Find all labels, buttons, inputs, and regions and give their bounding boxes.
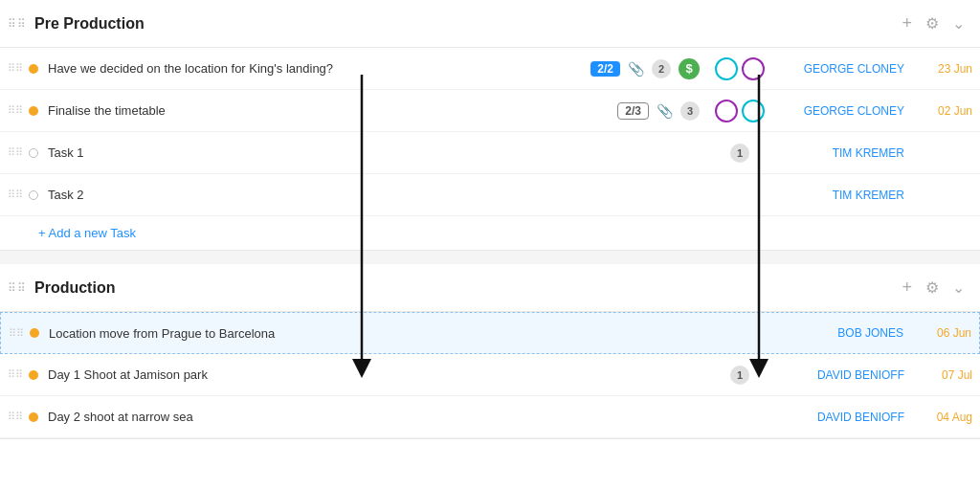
status-indicator: [29, 106, 38, 116]
avatar: [742, 57, 765, 80]
production-title: Production: [34, 279, 902, 297]
task-row: ⠿⠿ Finalise the timetable 2/3 📎 3 GEORGE…: [0, 90, 980, 132]
progress-badge: 2/2: [590, 61, 620, 77]
task-row: ⠿⠿ Have we decided on the location for K…: [0, 48, 980, 90]
row-drag-handle[interactable]: ⠿⠿: [8, 189, 23, 201]
task-meta: 1: [730, 144, 749, 163]
task-name[interactable]: Location move from Prague to Barcelona: [49, 326, 748, 341]
status-indicator: [29, 190, 38, 200]
due-date: 07 Jul: [920, 368, 972, 382]
section-actions: + ⚙ ⌄: [902, 13, 965, 33]
task-row: ⠿⠿ Location move from Prague to Barcelon…: [0, 312, 980, 354]
add-task-button[interactable]: + Add a new Task: [0, 216, 980, 250]
assignee-name[interactable]: DAVID BENIOFF: [780, 368, 904, 382]
due-date: 23 Jun: [920, 62, 972, 76]
row-drag-handle[interactable]: ⠿⠿: [8, 62, 23, 75]
status-indicator: [29, 148, 38, 158]
assignee-name[interactable]: BOB JONES: [779, 326, 903, 340]
assignee-name[interactable]: GEORGE CLONEY: [780, 104, 904, 118]
due-date: 04 Aug: [920, 411, 972, 424]
paperclip-icon: 📎: [628, 61, 644, 77]
due-date: 06 Jun: [919, 326, 971, 340]
settings-icon[interactable]: ⚙: [925, 278, 939, 297]
task-meta: 2/2 📎 2 $: [590, 58, 700, 79]
task-name[interactable]: Have we decided on the location for King…: [48, 61, 590, 76]
section-drag-handle[interactable]: ⠿⠿: [8, 281, 27, 295]
task-meta: 1: [730, 366, 749, 385]
paperclip-icon: 📎: [657, 103, 673, 119]
task-name[interactable]: Finalise the timetable: [48, 103, 617, 118]
attach-count: 3: [680, 101, 700, 121]
task-row: ⠿⠿ Task 1 1 TIM KREMER: [0, 132, 980, 174]
assignee-name[interactable]: TIM KREMER: [780, 189, 904, 202]
task-meta: 2/3 📎 3: [617, 101, 700, 121]
assignee-name[interactable]: GEORGE CLONEY: [780, 62, 904, 76]
avatar: [715, 57, 738, 80]
row-drag-handle[interactable]: ⠿⠿: [8, 146, 23, 159]
section-actions: + ⚙ ⌄: [902, 278, 965, 298]
add-section-icon[interactable]: +: [902, 278, 912, 298]
row-drag-handle[interactable]: ⠿⠿: [9, 327, 24, 340]
task-name[interactable]: Day 2 shoot at narrow sea: [48, 410, 749, 424]
task-name[interactable]: Task 1: [48, 145, 730, 160]
progress-badge: 2/3: [617, 102, 649, 120]
avatar: [715, 100, 738, 122]
assignee-name[interactable]: DAVID BENIOFF: [780, 411, 904, 424]
due-date: 02 Jun: [920, 104, 972, 118]
status-indicator: [29, 370, 38, 380]
settings-icon[interactable]: ⚙: [925, 14, 939, 33]
row-drag-handle[interactable]: ⠿⠿: [8, 411, 23, 423]
avatar-group: [715, 100, 765, 122]
assignee-name[interactable]: TIM KREMER: [780, 146, 904, 160]
status-indicator: [29, 412, 38, 422]
pre-production-section: ⠿⠿ Pre Production + ⚙ ⌄ ⠿⠿ Have we decid…: [0, 0, 980, 251]
pre-production-header: ⠿⠿ Pre Production + ⚙ ⌄: [0, 0, 980, 48]
task-row: ⠿⠿ Day 2 shoot at narrow sea DAVID BENIO…: [0, 396, 980, 438]
section-drag-handle[interactable]: ⠿⠿: [8, 17, 27, 31]
production-header: ⠿⠿ Production + ⚙ ⌄: [0, 264, 980, 312]
status-indicator: [29, 64, 38, 74]
avatar: [742, 100, 765, 122]
task-row: ⠿⠿ Day 1 Shoot at Jamison park 1 DAVID B…: [0, 354, 980, 396]
task-name[interactable]: Day 1 Shoot at Jamison park: [48, 367, 730, 382]
add-section-icon[interactable]: +: [902, 13, 912, 33]
task-name[interactable]: Task 2: [48, 188, 749, 202]
production-section: ⠿⠿ Production + ⚙ ⌄ ⠿⠿ Location move fro…: [0, 264, 980, 439]
task-row: ⠿⠿ Task 2 TIM KREMER: [0, 174, 980, 216]
avatar-group: [715, 57, 765, 80]
dollar-icon: $: [679, 58, 700, 79]
collapse-icon[interactable]: ⌄: [952, 14, 965, 33]
attach-count: 1: [730, 144, 749, 163]
row-drag-handle[interactable]: ⠿⠿: [8, 368, 23, 381]
collapse-icon[interactable]: ⌄: [952, 278, 965, 297]
row-drag-handle[interactable]: ⠿⠿: [8, 104, 23, 117]
attach-count: 1: [730, 366, 749, 385]
pre-production-title: Pre Production: [34, 15, 902, 33]
section-gap: [0, 251, 980, 264]
status-indicator: [30, 328, 39, 338]
attach-count: 2: [652, 59, 671, 78]
